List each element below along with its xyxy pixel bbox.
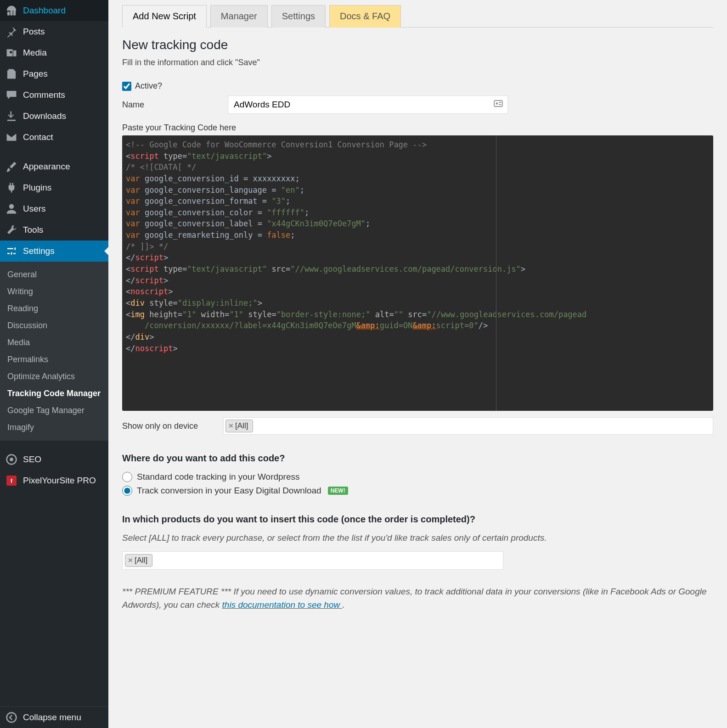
- sidebar-item-tools[interactable]: Tools: [0, 219, 108, 241]
- tab-bar: Add New Script Manager Settings Docs & F…: [122, 5, 713, 28]
- sidebar-item-downloads[interactable]: Downloads: [0, 106, 108, 127]
- sidebar-label: Posts: [23, 27, 45, 37]
- submenu-media[interactable]: Media: [0, 334, 108, 351]
- submenu-gtm[interactable]: Google Tag Manager: [0, 402, 108, 419]
- sidebar-item-media[interactable]: Media: [0, 42, 108, 63]
- svg-point-3: [10, 458, 13, 461]
- collapse-icon: [6, 711, 17, 723]
- sidebar-label: Downloads: [23, 111, 66, 121]
- sidebar-item-plugins[interactable]: Plugins: [0, 177, 108, 198]
- sidebar-label: Users: [23, 204, 46, 214]
- sidebar-item-settings[interactable]: Settings: [0, 241, 108, 262]
- products-help: Select [ALL] to track every purchase, or…: [122, 533, 713, 543]
- sidebar-label: Plugins: [23, 183, 51, 193]
- submenu-permalinks[interactable]: Permalinks: [0, 351, 108, 368]
- tab-add-new[interactable]: Add New Script: [122, 5, 207, 28]
- sidebar-item-seo[interactable]: SEO: [0, 449, 108, 470]
- page-title: New tracking code: [122, 38, 713, 52]
- device-tag[interactable]: × [All]: [225, 420, 253, 432]
- mail-icon: [6, 131, 17, 143]
- admin-sidebar: Dashboard Posts Media Pages Comments Dow…: [0, 0, 108, 728]
- sidebar-item-users[interactable]: Users: [0, 198, 108, 219]
- sidebar-label: Dashboard: [23, 6, 66, 16]
- section-where: Where do you want to add this code?: [122, 453, 713, 464]
- collapse-menu[interactable]: Collapse menu: [0, 706, 108, 728]
- sidebar-label: Media: [23, 48, 47, 58]
- sidebar-item-appearance[interactable]: Appearance: [0, 156, 108, 177]
- svg-rect-5: [494, 101, 502, 106]
- input-icon: [493, 99, 503, 111]
- sliders-icon: [6, 245, 17, 257]
- sidebar-label: Appearance: [23, 162, 70, 172]
- media-icon: [6, 47, 17, 59]
- pages-icon: [6, 68, 17, 80]
- svg-point-1: [9, 204, 14, 209]
- sidebar-item-contact[interactable]: Contact: [0, 127, 108, 148]
- name-label: Name: [122, 100, 228, 110]
- sidebar-label: Comments: [23, 90, 65, 100]
- dashboard-icon: [6, 5, 17, 17]
- products-tag[interactable]: × [All]: [125, 554, 152, 567]
- radio-edd-label: Track conversion in your Easy Digital Do…: [137, 486, 321, 496]
- sidebar-label: Collapse menu: [23, 712, 81, 722]
- comments-icon: [6, 89, 17, 101]
- submenu-imagify[interactable]: Imagify: [0, 419, 108, 436]
- radio-standard[interactable]: [122, 472, 132, 482]
- submenu-writing[interactable]: Writing: [0, 283, 108, 300]
- new-badge: NEW!: [328, 487, 348, 495]
- submenu-tracking-code[interactable]: Tracking Code Manager: [0, 385, 108, 402]
- sidebar-item-comments[interactable]: Comments: [0, 84, 108, 106]
- device-label: Show only on device: [122, 421, 198, 431]
- page-subtitle: Fill in the information and click "Save": [122, 58, 713, 67]
- sidebar-label: Contact: [23, 132, 53, 142]
- premium-note: *** PREMIUM FEATURE *** If you need to u…: [122, 585, 713, 611]
- sidebar-item-dashboard[interactable]: Dashboard: [0, 0, 108, 21]
- sidebar-label: SEO: [23, 454, 41, 465]
- pys-icon: f: [6, 475, 17, 487]
- download-icon: [6, 110, 17, 122]
- sidebar-label: PixelYourSite PRO: [23, 476, 96, 486]
- remove-tag-icon[interactable]: ×: [128, 556, 133, 565]
- radio-edd[interactable]: [122, 486, 132, 496]
- tab-settings[interactable]: Settings: [271, 5, 326, 28]
- sidebar-label: Pages: [23, 69, 48, 79]
- remove-tag-icon[interactable]: ×: [229, 421, 233, 431]
- sidebar-item-pixelyoursite[interactable]: f PixelYourSite PRO: [0, 470, 108, 491]
- brush-icon: [6, 161, 17, 173]
- paste-label: Paste your Tracking Code here: [122, 123, 713, 133]
- svg-point-6: [496, 102, 498, 104]
- sidebar-label: Tools: [23, 225, 43, 235]
- wrench-icon: [6, 224, 17, 236]
- svg-point-0: [10, 51, 12, 53]
- submenu-general[interactable]: General: [0, 266, 108, 283]
- submenu-reading[interactable]: Reading: [0, 300, 108, 317]
- seo-icon: [6, 454, 17, 465]
- device-select[interactable]: × [All]: [223, 417, 713, 435]
- name-input[interactable]: [228, 95, 508, 114]
- plug-icon: [6, 182, 17, 194]
- premium-doc-link[interactable]: this documentation to see how: [222, 600, 343, 610]
- active-checkbox[interactable]: [122, 82, 131, 91]
- sidebar-item-posts[interactable]: Posts: [0, 21, 108, 42]
- tracking-code-editor[interactable]: <!-- Google Code for WooCommerce Convers…: [122, 135, 713, 411]
- sidebar-item-pages[interactable]: Pages: [0, 63, 108, 84]
- main-content: Add New Script Manager Settings Docs & F…: [108, 0, 727, 728]
- products-select[interactable]: × [All]: [122, 551, 503, 570]
- settings-submenu: General Writing Reading Discussion Media…: [0, 262, 108, 441]
- pin-icon: [6, 26, 17, 38]
- section-products: In which products do you want to insert …: [122, 514, 713, 525]
- radio-standard-label: Standard code tracking in your Wordpress: [137, 472, 300, 482]
- submenu-discussion[interactable]: Discussion: [0, 317, 108, 334]
- sidebar-label: Settings: [23, 246, 55, 256]
- tab-docs[interactable]: Docs & FAQ: [329, 5, 401, 28]
- user-icon: [6, 203, 17, 215]
- submenu-optimize[interactable]: Optimize Analytics: [0, 368, 108, 385]
- tab-manager[interactable]: Manager: [210, 5, 268, 28]
- svg-point-4: [7, 713, 17, 722]
- active-label: Active?: [135, 81, 162, 91]
